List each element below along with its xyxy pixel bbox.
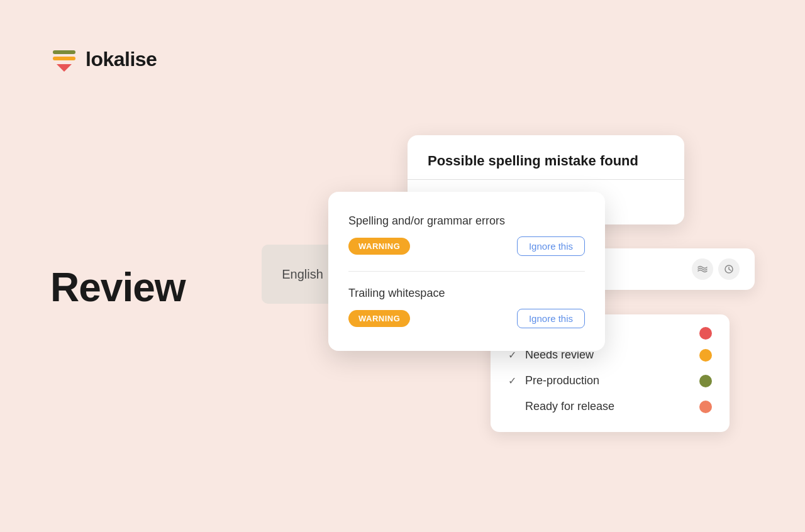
dot-pre-production — [699, 375, 712, 387]
qa-whitespace-row: WARNING Ignore this — [348, 309, 585, 328]
spelling-divider — [408, 179, 684, 180]
dot-needs-review — [699, 349, 712, 362]
status-label-ready-for-release: Ready for release — [525, 400, 614, 413]
qa-whitespace-title: Trailing whitespace — [348, 287, 585, 300]
dot-ready-for-release — [699, 401, 712, 413]
status-dot-unset — [699, 327, 712, 340]
qa-card-divider — [348, 271, 585, 272]
ignore-spelling-button[interactable]: Ignore this — [517, 236, 585, 256]
qa-warnings-card: Spelling and/or grammar errors WARNING I… — [328, 192, 605, 351]
logo-text: lokalise — [86, 48, 157, 71]
qa-spelling-title: Spelling and/or grammar errors — [348, 214, 585, 228]
review-title: Review — [50, 264, 186, 311]
qa-section-whitespace: Trailing whitespace WARNING Ignore this — [348, 282, 585, 333]
ignore-whitespace-button[interactable]: Ignore this — [517, 309, 585, 328]
waves-icon-button[interactable] — [692, 258, 713, 280]
status-item-pre-production[interactable]: ✓ Pre-production — [508, 368, 712, 394]
spelling-mistake-title: Possible spelling mistake found — [428, 153, 664, 169]
qa-section-spelling: Spelling and/or grammar errors WARNING I… — [348, 209, 585, 261]
qa-spelling-row: WARNING Ignore this — [348, 236, 585, 256]
check-icon-pre-production: ✓ — [508, 375, 516, 387]
svg-rect-1 — [53, 57, 75, 60]
warning-badge-whitespace: WARNING — [348, 310, 410, 327]
svg-rect-0 — [53, 50, 75, 54]
logo-icon — [50, 45, 78, 73]
status-label-pre-production: Pre-production — [525, 374, 599, 387]
svg-marker-2 — [57, 64, 72, 72]
history-icon-button[interactable] — [718, 258, 740, 280]
english-label: English — [282, 267, 323, 282]
status-item-ready-for-release[interactable]: ✓ Ready for release — [508, 394, 712, 419]
logo-area: lokalise — [50, 45, 157, 73]
warning-badge-spelling: WARNING — [348, 238, 410, 255]
